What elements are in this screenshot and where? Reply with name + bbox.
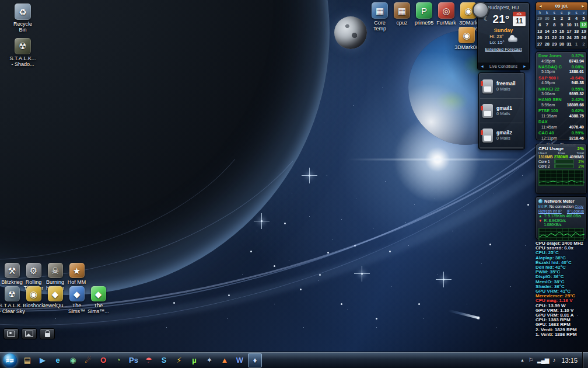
email-account[interactable]: gmail1 0 Mails [480, 99, 523, 123]
calendar-day[interactable]: 24 [565, 34, 573, 41]
calendar-day[interactable]: 26 [580, 34, 587, 41]
taskbar-explorer[interactable]: ▤ [20, 353, 34, 367]
calendar-day[interactable]: 29 [536, 15, 544, 22]
desktop-icon-recycle-bin[interactable]: ♻ Recycle Bin [2, 4, 43, 33]
calendar-day[interactable]: 12 [580, 22, 587, 28]
email-account[interactable]: freemail 0 Mails [480, 74, 523, 99]
weather-prev-arrow[interactable]: ◄ [480, 64, 484, 68]
calendar-day[interactable]: 4 [573, 15, 580, 22]
start-button[interactable] [3, 353, 17, 367]
calendar-widget[interactable]: ◄ 09 júl. ► hkscpsv 29301234567891011121… [536, 2, 588, 49]
camera-button[interactable] [4, 328, 19, 339]
desktop-icon-cpuz[interactable]: ▦ cpuz [391, 2, 413, 32]
taskbar-vlc[interactable]: ▲ [218, 353, 232, 367]
network-meter-widget[interactable]: Network Meter Int IP: No connection Copy… [536, 196, 587, 239]
finance-row[interactable]: FTSE 100 0.62% 11:35am 4388.75 [538, 109, 584, 119]
index-name[interactable]: Dow Jones [538, 54, 562, 59]
taskbar-active-app[interactable]: ♦ [248, 353, 262, 367]
calendar-day[interactable]: 10 [565, 22, 573, 28]
ip-lookup-link[interactable]: IP Lookup [567, 209, 584, 213]
calendar-day[interactable]: 1 [573, 41, 580, 47]
calendar-day[interactable]: 30 [544, 15, 551, 22]
email-account[interactable]: gmail2 0 Mails [480, 123, 523, 148]
calendar-day[interactable]: 1 [551, 15, 558, 22]
show-desktop-button[interactable] [582, 352, 588, 368]
calendar-day[interactable]: 20 [536, 34, 544, 41]
finance-widget[interactable]: Dow Jones 0.37% 4:05pm 8743.94 NASDAQ C … [536, 51, 587, 140]
calendar-day[interactable]: 27 [536, 41, 544, 47]
calendar-day[interactable]: 15 [551, 28, 558, 34]
calendar-day[interactable]: 2 [580, 41, 587, 47]
desktop-icon-the-sims[interactable]: ◆ The Sims™ [66, 286, 88, 315]
finance-row[interactable]: DAX 11:45am 4976.40 [538, 120, 584, 130]
index-name[interactable]: DAX [538, 120, 548, 125]
desktop-icon-the-sims-2[interactable]: ◆ The Sims™... [88, 286, 109, 315]
taskbar-internet-explorer[interactable]: e [51, 353, 65, 367]
gallery-button[interactable] [22, 328, 37, 339]
taskbar-utorrent[interactable]: µ [187, 353, 201, 367]
lock-button[interactable] [40, 328, 55, 339]
refresh-ip-link[interactable]: Refresh Int IP [538, 209, 562, 213]
index-name[interactable]: NASDAQ C [538, 65, 562, 70]
taskbar-avira[interactable]: ☂ [142, 353, 156, 367]
calendar-day[interactable]: 8 [551, 22, 558, 28]
index-name[interactable]: FTSE 100 [538, 109, 558, 114]
taskbar-steam[interactable]: ✦ [202, 353, 216, 367]
extended-forecast-link[interactable]: Extended Forecast [478, 47, 529, 52]
desktop-icon-bioshock[interactable]: ◉ Bioshock [23, 286, 44, 315]
calendar-day[interactable]: 17 [565, 28, 573, 34]
calendar-day[interactable]: 19 [580, 28, 587, 34]
taskbar-chrome[interactable]: ◔ [111, 353, 125, 367]
finance-row[interactable]: Dow Jones 0.37% 4:05pm 8743.94 [538, 54, 584, 64]
taskbar-opera[interactable]: O [96, 353, 110, 367]
calendar-day[interactable]: 25 [573, 34, 580, 41]
weather-next-arrow[interactable]: ► [523, 64, 527, 68]
index-name[interactable]: NIKKEI 22 [538, 87, 559, 92]
calendar-day[interactable]: 13 [536, 28, 544, 34]
clock[interactable]: 13:15 [559, 357, 580, 364]
taskbar-winamp[interactable]: ⚡ [172, 353, 186, 367]
calendar-prev[interactable]: ◄ [538, 4, 542, 8]
index-name[interactable]: S&P 500 I [538, 76, 558, 81]
calendar-day[interactable]: 23 [558, 34, 566, 41]
finance-row[interactable]: NIKKEI 22 0.55% 3:00am 9395.32 [538, 87, 584, 97]
calendar-day[interactable]: 5 [580, 15, 587, 22]
index-name[interactable]: HANG SEN [538, 98, 562, 103]
calendar-day[interactable]: 9 [558, 22, 566, 28]
weather-widget[interactable]: Budapest, HU ☾ 21° júl 11 Sunday Hi: 23°… [477, 2, 530, 70]
calendar-day[interactable]: 2 [558, 15, 566, 22]
calendar-day[interactable]: 18 [573, 28, 580, 34]
cpu-usage-widget[interactable]: CPU Usage 2% UsedFreeTotal 1316MB2780MB4… [536, 144, 587, 194]
network-icon[interactable]: ▂▄▆ [537, 357, 548, 363]
desktop-icon-stalker-clear-sky[interactable]: ☢ S.T.A.L.K... - Clear Sky [1, 286, 23, 315]
calendar-day[interactable]: 28 [544, 41, 551, 47]
taskbar-media-player[interactable]: ▶ [36, 353, 50, 367]
finance-row[interactable]: S&P 500 I -0.64% 4:59pm 940.38 [538, 76, 584, 86]
calendar-day[interactable]: 16 [558, 28, 566, 34]
desktop-icon-prime95[interactable]: P prime95 [413, 2, 435, 32]
calendar-day[interactable]: 11 [573, 22, 580, 28]
calendar-day[interactable]: 30 [558, 41, 566, 47]
calendar-day[interactable]: 29 [551, 41, 558, 47]
desktop[interactable]: ♻ Recycle Bin ☢ S.T.A.L.K... - Shado... … [0, 0, 588, 368]
taskbar-media-center[interactable]: ◉ [66, 353, 80, 367]
desktop-icon-stalker-shadow[interactable]: ☢ S.T.A.L.K... - Shado... [2, 38, 43, 68]
volume-icon[interactable]: ♪ [552, 357, 555, 363]
finance-row[interactable]: HANG SEN 2.42% 5:59am 18805.66 [538, 98, 584, 107]
calendar-day[interactable]: 6 [536, 22, 544, 28]
calendar-day[interactable]: 21 [544, 34, 551, 41]
finance-row[interactable]: NASDAQ C 0.08% 5:15pm 1886.61 [538, 65, 584, 75]
calendar-next[interactable]: ► [581, 4, 585, 8]
index-name[interactable]: CAC 40 [538, 131, 554, 136]
taskbar-skype[interactable]: S [157, 353, 171, 367]
calendar-day[interactable]: 3 [565, 15, 573, 22]
email-widget[interactable]: freemail 0 Mails gmail1 0 Mails gmail2 0… [478, 72, 525, 150]
copy-link[interactable]: Copy [575, 204, 583, 209]
taskbar-photoshop[interactable]: Ps [127, 353, 141, 367]
finance-row[interactable]: CAC 40 0.59% 12:11pm 3218.46 [538, 131, 584, 141]
taskbar-firefox[interactable]: ☄ [81, 353, 95, 367]
desktop-icon-jewelquest[interactable]: ◆ JewelQu... [44, 286, 66, 315]
desktop-icon-3dmark06[interactable]: ◉ 3DMark06 [453, 27, 481, 51]
desktop-icon-core-temp[interactable]: ▦ Core Temp [369, 2, 391, 32]
calendar-day[interactable]: 14 [544, 28, 551, 34]
